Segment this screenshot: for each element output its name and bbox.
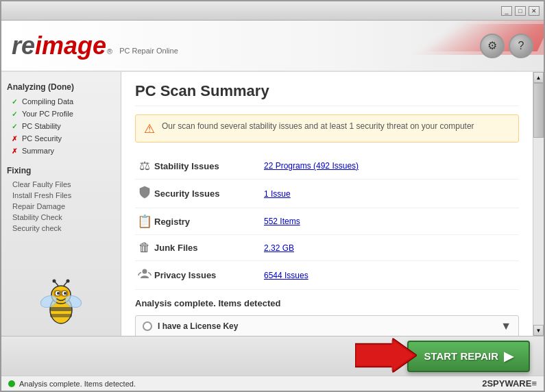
warning-icon: ⚠ bbox=[144, 121, 155, 136]
fixing-section: Fixing Clear Faulty Files Install Fresh … bbox=[7, 162, 115, 234]
brand-suffix: ≡ bbox=[531, 378, 537, 389]
logo-image-text: image bbox=[35, 32, 106, 60]
x-icon-summary: ✗ bbox=[10, 146, 19, 156]
settings-icon: ⚙ bbox=[487, 39, 497, 52]
result-row-registry: 📋 Registry 552 Items bbox=[135, 208, 519, 235]
fixing-item-stability-check[interactable]: Stability Check bbox=[7, 212, 115, 223]
logo-area: re image ® PC Repair Online bbox=[12, 32, 178, 60]
help-button[interactable]: ? bbox=[509, 34, 533, 58]
brand-2spy: 2SPY bbox=[482, 378, 505, 389]
sidebar-item-security[interactable]: ✗ PC Security bbox=[7, 132, 115, 145]
analyzing-title: Analyzing (Done) bbox=[7, 82, 115, 92]
result-row-security: Security Issues 1 Issue bbox=[135, 180, 519, 208]
svg-point-16 bbox=[66, 280, 70, 283]
check-icon-profile: ✓ bbox=[10, 109, 19, 119]
fixing-title: Fixing bbox=[7, 166, 115, 175]
maximize-button[interactable]: □ bbox=[515, 6, 526, 16]
fixing-item-clear[interactable]: Clear Faulty Files bbox=[7, 179, 115, 190]
sidebar-item-stability[interactable]: ✓ PC Stability bbox=[7, 120, 115, 132]
help-icon: ? bbox=[518, 40, 524, 52]
brand-ware: WARE bbox=[505, 378, 531, 389]
registry-label: Registry bbox=[154, 217, 264, 227]
license-dropdown-icon[interactable]: ▼ bbox=[500, 320, 511, 332]
stability-label: Stability Issues bbox=[154, 161, 264, 171]
scrollbar-thumb[interactable] bbox=[533, 83, 544, 138]
license-row[interactable]: I have a License Key ▼ bbox=[135, 315, 519, 336]
status-dot-icon bbox=[8, 380, 15, 387]
stability-icon: ⚖ bbox=[135, 158, 154, 173]
scrollbar[interactable]: ▲ ▼ bbox=[533, 72, 544, 336]
result-row-junk: 🗑 Junk Files 2.32 GB bbox=[135, 235, 519, 261]
bee-mascot bbox=[34, 274, 88, 329]
sidebar-label-stability: PC Stability bbox=[22, 122, 61, 130]
registry-icon: 📋 bbox=[135, 214, 154, 229]
security-value[interactable]: 1 Issue bbox=[264, 189, 291, 199]
settings-button[interactable]: ⚙ bbox=[480, 34, 505, 58]
minimize-button[interactable]: _ bbox=[501, 6, 512, 16]
page-title: PC Scan Summary bbox=[135, 82, 519, 106]
scroll-down-button[interactable]: ▼ bbox=[533, 325, 544, 336]
check-icon-compiling: ✓ bbox=[10, 97, 19, 106]
warning-banner: ⚠ Our scan found several stability issue… bbox=[135, 114, 519, 143]
start-repair-label: START REPAIR bbox=[424, 350, 498, 362]
logo-subtitle: PC Repair Online bbox=[119, 47, 178, 55]
sidebar-label-summary: Summary bbox=[22, 147, 54, 155]
status-brand: 2SPYWARE≡ bbox=[482, 378, 537, 389]
junk-value[interactable]: 2.32 GB bbox=[264, 243, 294, 253]
stability-value[interactable]: 22 Programs (492 Issues) bbox=[264, 161, 359, 171]
svg-point-14 bbox=[53, 280, 56, 283]
logo-registered: ® bbox=[107, 47, 112, 56]
fixing-item-security-check[interactable]: Security check bbox=[7, 223, 115, 234]
start-repair-arrow-icon: ▶ bbox=[504, 349, 513, 364]
header: re image ® PC Repair Online ⚙ ? bbox=[1, 21, 544, 72]
sidebar-label-profile: Your PC Profile bbox=[22, 110, 73, 118]
sidebar-item-profile[interactable]: ✓ Your PC Profile bbox=[7, 108, 115, 120]
scrollbar-track[interactable] bbox=[533, 83, 544, 325]
main-window: _ □ ✕ re image ® PC Repair Online ⚙ ? An… bbox=[0, 0, 545, 392]
license-label: I have a License Key bbox=[158, 321, 500, 331]
action-bar: START REPAIR ▶ bbox=[1, 336, 544, 376]
title-bar: _ □ ✕ bbox=[1, 1, 544, 21]
svg-rect-1 bbox=[50, 307, 72, 311]
header-icons: ⚙ ? bbox=[480, 34, 533, 58]
registry-value[interactable]: 552 Items bbox=[264, 217, 300, 226]
start-repair-button[interactable]: START REPAIR ▶ bbox=[407, 341, 530, 372]
title-bar-buttons: _ □ ✕ bbox=[501, 6, 540, 16]
fixing-item-repair[interactable]: Repair Damage bbox=[7, 201, 115, 212]
logo-re-text: re bbox=[12, 32, 35, 60]
x-icon-security: ✗ bbox=[10, 134, 19, 143]
mascot-area bbox=[7, 267, 115, 329]
arrow-decoration bbox=[355, 338, 417, 374]
scroll-up-button[interactable]: ▲ bbox=[533, 72, 544, 83]
main-area: Analyzing (Done) ✓ Compiling Data ✓ Your… bbox=[1, 72, 544, 336]
analysis-complete-text: Analysis complete. Items detected bbox=[135, 298, 519, 308]
check-icon-stability: ✓ bbox=[10, 121, 19, 131]
sidebar-item-compiling[interactable]: ✓ Compiling Data bbox=[7, 95, 115, 108]
svg-rect-2 bbox=[50, 314, 72, 317]
status-left: Analysis complete. Items detected. bbox=[8, 380, 136, 388]
sidebar: Analyzing (Done) ✓ Compiling Data ✓ Your… bbox=[1, 72, 121, 336]
warning-text: Our scan found several stability issues … bbox=[162, 121, 474, 132]
svg-point-17 bbox=[143, 269, 147, 274]
sidebar-label-compiling: Compiling Data bbox=[22, 97, 73, 106]
junk-icon: 🗑 bbox=[135, 241, 154, 255]
status-message: Analysis complete. Items detected. bbox=[19, 380, 136, 388]
privacy-value[interactable]: 6544 Issues bbox=[264, 271, 308, 280]
sidebar-label-security: PC Security bbox=[22, 134, 62, 143]
svg-point-7 bbox=[64, 292, 66, 295]
svg-point-6 bbox=[57, 292, 60, 295]
sidebar-item-summary[interactable]: ✗ Summary bbox=[7, 145, 115, 157]
status-bar: Analysis complete. Items detected. 2SPYW… bbox=[1, 376, 544, 391]
security-label: Security Issues bbox=[154, 188, 264, 199]
result-row-privacy: Privacy Issues 6544 Issues bbox=[135, 261, 519, 290]
close-button[interactable]: ✕ bbox=[529, 6, 540, 16]
privacy-icon bbox=[135, 267, 154, 284]
security-icon bbox=[135, 185, 154, 202]
privacy-label: Privacy Issues bbox=[154, 270, 264, 280]
junk-label: Junk Files bbox=[154, 243, 264, 253]
fixing-item-install[interactable]: Install Fresh Files bbox=[7, 190, 115, 201]
scan-results: ⚖ Stability Issues 22 Programs (492 Issu… bbox=[135, 153, 519, 290]
content-panel: PC Scan Summary ⚠ Our scan found several… bbox=[121, 72, 533, 336]
result-row-stability: ⚖ Stability Issues 22 Programs (492 Issu… bbox=[135, 153, 519, 180]
license-radio-button[interactable] bbox=[143, 321, 152, 331]
